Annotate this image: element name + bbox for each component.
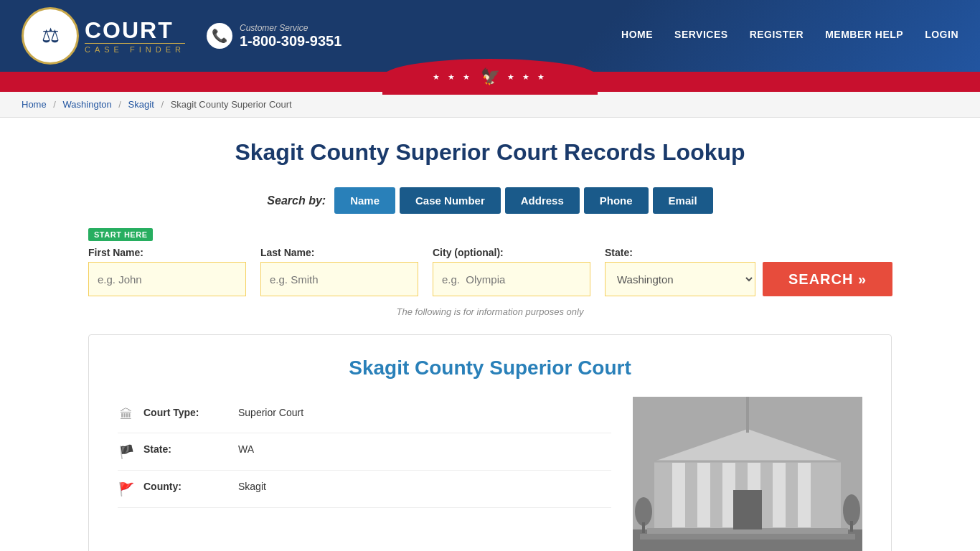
court-section-title: Skagit County Superior Court — [118, 357, 862, 380]
logo-text: COURT CASE FINDER — [85, 19, 185, 54]
state-label: State: — [605, 247, 755, 258]
search-form-area: START HERE First Name: Last Name: City (… — [88, 228, 892, 296]
phone-icon: 📞 — [207, 23, 232, 49]
nav-member-help[interactable]: MEMBER HELP — [825, 29, 903, 43]
court-county-value: Skagit — [238, 481, 266, 492]
court-type-row: 🏛 Court Type: Superior Court — [118, 397, 611, 433]
breadcrumb-sep-1: / — [53, 99, 56, 110]
first-name-input[interactable] — [88, 262, 246, 296]
logo-case-finder-text: CASE FINDER — [85, 43, 185, 54]
logo-area: ⚖ COURT CASE FINDER — [22, 7, 185, 65]
court-state-row: 🏴 State: WA — [118, 433, 611, 471]
search-by-label: Search by: — [267, 194, 326, 207]
city-label: City (optional): — [433, 247, 590, 258]
phone-info: Customer Service 1-800-309-9351 — [240, 23, 341, 50]
svg-rect-14 — [746, 397, 749, 433]
last-name-group: Last Name: — [260, 247, 418, 296]
tab-email[interactable]: Email — [653, 187, 713, 214]
phone-area: 📞 Customer Service 1-800-309-9351 — [207, 23, 341, 50]
court-county-row: 🚩 County: Skagit — [118, 471, 611, 508]
logo-circle: ⚖ — [22, 7, 79, 65]
first-name-label: First Name: — [88, 247, 246, 258]
svg-rect-10 — [798, 463, 811, 527]
svg-rect-17 — [642, 522, 645, 533]
state-group: State: Washington Alabama Alaska Arizona… — [605, 247, 755, 296]
nav-services[interactable]: SERVICES — [674, 29, 728, 43]
svg-rect-9 — [773, 463, 786, 527]
svg-rect-12 — [640, 534, 855, 540]
nav-home[interactable]: HOME — [621, 29, 653, 43]
nav-register[interactable]: REGISTER — [750, 29, 804, 43]
tab-name[interactable]: Name — [334, 187, 395, 214]
stars-left: ★ ★ ★ — [433, 72, 473, 82]
svg-point-16 — [635, 497, 652, 526]
phone-number: 1-800-309-9351 — [240, 33, 341, 50]
last-name-label: Last Name: — [260, 247, 418, 258]
eagle-icon: 🦅 — [481, 67, 500, 86]
tab-address[interactable]: Address — [505, 187, 580, 214]
tab-phone[interactable]: Phone — [584, 187, 649, 214]
court-type-value: Superior Court — [238, 407, 303, 418]
court-state-value: WA — [238, 443, 254, 455]
tab-case-number[interactable]: Case Number — [400, 187, 501, 214]
court-image — [633, 397, 862, 551]
eagle-arc: ★ ★ ★ 🦅 ★ ★ ★ — [382, 59, 598, 95]
court-type-icon: 🏛 — [118, 408, 135, 423]
breadcrumb-current: Skagit County Superior Court — [171, 99, 292, 110]
court-details-left: 🏛 Court Type: Superior Court 🏴 State: WA… — [118, 397, 611, 551]
scales-icon: ⚖ — [42, 26, 60, 46]
svg-rect-5 — [672, 463, 685, 527]
customer-service-label: Customer Service — [240, 23, 341, 33]
svg-rect-19 — [850, 521, 853, 532]
court-info-section: Skagit County Superior Court 🏛 Court Typ… — [88, 334, 892, 551]
city-input[interactable] — [433, 262, 590, 296]
form-fields-row: First Name: Last Name: City (optional): … — [88, 247, 892, 296]
eagle-container: ★ ★ ★ 🦅 ★ ★ ★ — [433, 67, 547, 86]
breadcrumb-skagit[interactable]: Skagit — [128, 99, 154, 110]
eagle-banner: ★ ★ ★ 🦅 ★ ★ ★ — [0, 72, 980, 92]
court-state-icon: 🏴 — [118, 444, 135, 460]
main-content: Skagit County Superior Court Records Loo… — [60, 118, 920, 551]
page-title: Skagit County Superior Court Records Loo… — [88, 139, 892, 166]
breadcrumb-home[interactable]: Home — [22, 99, 47, 110]
court-county-icon: 🚩 — [118, 481, 135, 497]
nav-login[interactable]: LOGIN — [925, 29, 958, 43]
info-note: The following is for information purpose… — [88, 306, 892, 317]
breadcrumb-sep-2: / — [118, 99, 121, 110]
city-group: City (optional): — [433, 247, 590, 296]
state-select[interactable]: Washington Alabama Alaska Arizona Arkans… — [605, 262, 755, 296]
main-nav: HOME SERVICES REGISTER MEMBER HELP LOGIN — [621, 29, 958, 43]
breadcrumb-washington[interactable]: Washington — [63, 99, 112, 110]
search-button[interactable]: SEARCH » — [763, 262, 892, 296]
search-by-row: Search by: Name Case Number Address Phon… — [88, 187, 892, 214]
court-type-label: Court Type: — [143, 407, 230, 418]
logo-court-text: COURT — [85, 19, 185, 42]
court-state-label: State: — [143, 443, 230, 455]
svg-rect-6 — [697, 463, 710, 527]
court-details-layout: 🏛 Court Type: Superior Court 🏴 State: WA… — [118, 397, 862, 551]
breadcrumb: Home / Washington / Skagit / Skagit Coun… — [0, 92, 980, 118]
last-name-input[interactable] — [260, 262, 418, 296]
court-county-label: County: — [143, 481, 230, 492]
stars-right: ★ ★ ★ — [507, 72, 547, 82]
svg-rect-13 — [733, 490, 762, 529]
breadcrumb-sep-3: / — [161, 99, 164, 110]
start-here-badge: START HERE — [88, 228, 153, 241]
first-name-group: First Name: — [88, 247, 246, 296]
